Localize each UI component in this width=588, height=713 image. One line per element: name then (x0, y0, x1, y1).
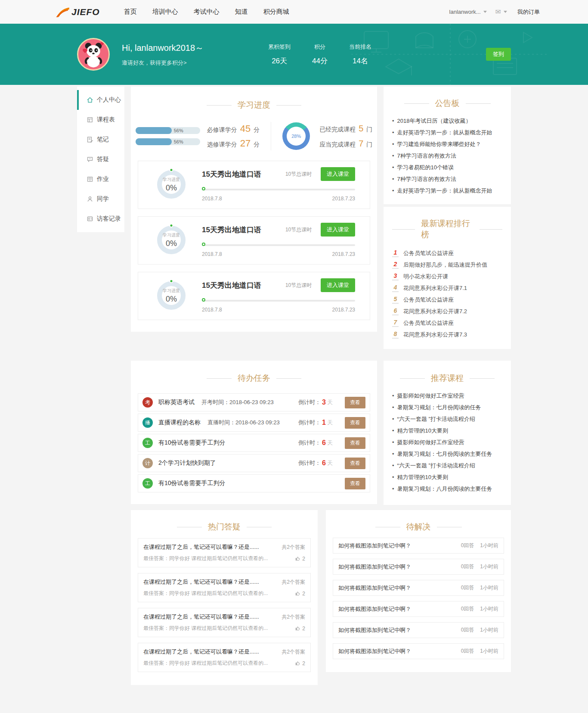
announcement-item[interactable]: 学习建造师能给你带来哪些好处？ (392, 138, 502, 150)
recommend-item[interactable]: “六天一套题 ”打卡活动流程介绍 (392, 460, 502, 471)
nav-item[interactable]: 知道 (235, 8, 248, 16)
completion-value: 5 (359, 124, 363, 134)
pending-item[interactable]: 如何将截图添加到笔记中啊？ 0回答 1小时前 (333, 559, 504, 575)
view-button[interactable]: 查看 (345, 478, 365, 489)
announcement-item[interactable]: 走好英语学习第一步：就从新概念开始 (392, 127, 502, 138)
pending-item[interactable]: 如何将截图添加到笔记中啊？ 0回答 1小时前 (333, 580, 504, 596)
countdown-unit: 天 (327, 439, 333, 447)
nav-item[interactable]: 培训中心 (152, 8, 178, 16)
qa-answer-count: 共2个答案 (282, 648, 305, 656)
sidebar-item-icon (87, 176, 93, 183)
ranking-item[interactable]: 2 后期做好那几步，能迅速提升价值 (392, 259, 502, 271)
announcement-item[interactable]: 走好英语学习第一步：就从新概念开始 (392, 185, 502, 196)
avatar[interactable] (77, 38, 110, 71)
qa-item[interactable]: 在课程过期了之后，笔记还可以看嘛？还是...... 共2个答案 最佳答案：同学你… (138, 608, 311, 637)
ranking-item[interactable]: 8 花间意系列水彩公开课7.3 (392, 329, 502, 340)
recommend-item[interactable]: 暑期复习规划：八月份阅读的主要任务 (392, 483, 502, 495)
recommend-item[interactable]: 精力管理的10大要则 (392, 471, 502, 483)
ranking-item[interactable]: 4 花间意系列水彩公开课7.1 (392, 282, 502, 294)
enter-classroom-button[interactable]: 进入课堂 (321, 278, 355, 292)
recommend-item[interactable]: “六天一套题 ”打卡活动流程介绍 (392, 413, 502, 425)
pending-item[interactable]: 如何将截图添加到笔记中啊？ 0回答 1小时前 (333, 643, 504, 659)
pending-reply-count: 0回答 (461, 563, 474, 570)
view-button[interactable]: 查看 (345, 437, 365, 449)
pending-time: 1小时前 (480, 626, 498, 634)
completion-label: 已经完成课程 (319, 126, 356, 134)
stat-value: 44分 (312, 56, 328, 66)
ranking-list: 1 公务员笔试公益讲座 2 后期做好那几步，能迅速提升价值 3 明小花水彩公开课 (392, 247, 502, 340)
ranking-item[interactable]: 1 公务员笔试公益讲座 (392, 247, 502, 259)
my-orders-link[interactable]: 我的订单 (517, 8, 540, 16)
pending-questions-card: 待解决 如何将截图添加到笔记中啊？ 0回答 1小时前 如何将截图添加到笔记中啊？… (326, 510, 511, 672)
nav-item[interactable]: 考试中心 (194, 8, 220, 16)
qa-item[interactable]: 在课程过期了之后，笔记还可以看嘛？还是...... 共2个答案 最佳答案：同学你… (138, 538, 311, 567)
nav-item[interactable]: 首页 (124, 8, 137, 16)
sidebar-item[interactable]: 笔记 (77, 130, 124, 149)
rank-course-title: 公务员笔试公益讲座 (403, 319, 454, 327)
qa-likes[interactable]: 2 (295, 591, 305, 597)
task-time: 直播时间：2018-06-23 09:23 (207, 419, 280, 427)
sidebar-item[interactable]: 答疑 (77, 149, 124, 169)
course-title[interactable]: 15天秀出地道口语 (202, 169, 261, 179)
recommended-courses-card: 推荐课程 摄影师如何做好工作室经营 暑期复习规划：七月份阅读的任务 “六天一套题… (384, 361, 511, 505)
mail-icon[interactable]: ✉ (495, 8, 501, 16)
task-time: 开考时间：2018-06-23 09:23 (201, 399, 274, 406)
recommend-item[interactable]: 精力管理的10大要则 (392, 425, 502, 436)
sidebar-item[interactable]: 同学 (77, 189, 124, 209)
recommend-item[interactable]: 摄影师如何做好工作室经营 (392, 390, 502, 402)
course-title[interactable]: 15天秀出地道口语 (202, 280, 261, 290)
sidebar-item[interactable]: 个人中心 (77, 90, 124, 110)
enter-classroom-button[interactable]: 进入课堂 (321, 223, 355, 237)
qa-likes[interactable]: 2 (295, 626, 305, 632)
recommend-item[interactable]: 暑期复习规划：七月份阅读的任务 (392, 402, 502, 413)
rank-number: 8 (392, 330, 399, 339)
credit-score-line: 选修课学分 27 分 (207, 138, 260, 149)
pending-item[interactable]: 如何将截图添加到笔记中啊？ 0回答 1小时前 (333, 622, 504, 638)
announcement-item[interactable]: 7种学习语言的有效方法 (392, 173, 502, 185)
sidebar-item[interactable]: 课程表 (77, 110, 124, 130)
qa-likes[interactable]: 2 (295, 556, 305, 562)
sidebar-item[interactable]: 作业 (77, 169, 124, 189)
invite-link[interactable]: 邀请好友，获得更多积分> (122, 59, 204, 67)
task-row: 考 职称英语考试 开考时间：2018-06-23 09:23 倒计时： 3 天 … (138, 393, 370, 411)
course-end-date: 2018.7.23 (332, 251, 355, 257)
view-button[interactable]: 查看 (345, 458, 365, 469)
sidebar-item-label: 访客记录 (97, 215, 121, 223)
chevron-down-icon[interactable] (504, 11, 507, 13)
nav-item[interactable]: 积分商城 (263, 8, 289, 16)
ranking-item[interactable]: 5 公务员笔试公益讲座 (392, 294, 502, 305)
qa-item[interactable]: 在课程过期了之后，笔记还可以看嘛？还是...... 共2个答案 最佳答案：同学你… (138, 643, 311, 672)
ranking-item[interactable]: 6 花间意系列水彩公开课7.2 (392, 305, 502, 317)
enter-classroom-button[interactable]: 进入课堂 (321, 167, 355, 181)
navbar-right: lanlanwork... ✉ 我的订单 (449, 8, 540, 16)
task-row: 工 有10份试卷需要手工判分 查看 (138, 474, 370, 492)
ranking-item[interactable]: 7 公务员笔试公益讲座 (392, 317, 502, 329)
announcement-item[interactable]: 7种学习语言的有效方法 (392, 150, 502, 162)
course-title[interactable]: 15天秀出地道口语 (202, 225, 261, 235)
qa-like-count: 2 (302, 660, 305, 666)
recommend-item[interactable]: 摄影师如何做好工作室经营 (392, 436, 502, 448)
recommend-item[interactable]: 暑期复习规划：七月份阅读的主要任务 (392, 448, 502, 460)
pending-time: 1小时前 (480, 563, 498, 570)
progress-bar: 56% (136, 138, 200, 145)
qa-item[interactable]: 在课程过期了之后，笔记还可以看嘛？还是...... 共2个答案 最佳答案：同学你… (138, 573, 311, 602)
countdown-days: 6 (322, 439, 326, 447)
user-menu[interactable]: lanlanwork... (449, 9, 481, 15)
sidebar-item-icon (87, 97, 93, 103)
pending-item[interactable]: 如何将截图添加到笔记中啊？ 0回答 1小时前 (333, 601, 504, 617)
timeline-knob (202, 243, 205, 246)
qa-likes[interactable]: 2 (295, 660, 305, 666)
course-start-date: 2018.7.8 (202, 196, 222, 202)
ring-label: 学习进度 (163, 288, 180, 294)
view-button[interactable]: 查看 (345, 397, 365, 408)
announcement-item[interactable]: 学习者易犯的10个错误 (392, 162, 502, 173)
sidebar-item[interactable]: 访客记录 (77, 209, 124, 229)
brand-logo[interactable]: JIEFO (56, 7, 100, 17)
view-button[interactable]: 查看 (345, 417, 365, 429)
ranking-item[interactable]: 3 明小花水彩公开课 (392, 271, 502, 282)
signin-button[interactable]: 签到 (486, 48, 511, 61)
announcement-item[interactable]: 2018年考试日历（建议收藏） (392, 115, 502, 127)
pending-item[interactable]: 如何将截图添加到笔记中啊？ 0回答 1小时前 (333, 538, 504, 554)
chevron-down-icon[interactable] (483, 11, 487, 13)
credit-value: 45 (240, 123, 251, 134)
